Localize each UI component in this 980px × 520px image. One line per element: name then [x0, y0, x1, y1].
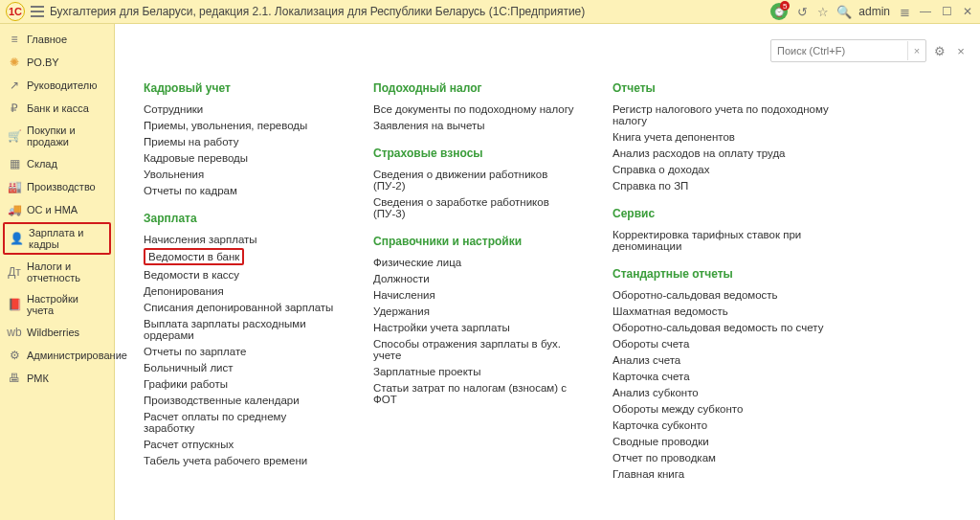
section-link[interactable]: Обороты счета — [612, 335, 861, 351]
section-link[interactable]: Шахматная ведомость — [612, 303, 861, 319]
section-link[interactable]: Выплата зарплаты расходными ордерами — [144, 315, 335, 343]
section-link[interactable]: Ведомости в банк — [144, 248, 244, 265]
section-link[interactable]: Сведения о движении работников (ПУ-2) — [373, 166, 574, 193]
nav-pokupki-prodazhi[interactable]: 🛒Покупки и продажи — [0, 120, 114, 152]
nav-os-nma[interactable]: 🚚ОС и НМА — [0, 198, 114, 221]
section-link[interactable]: Статьи затрат по налогам (взносам) с ФОТ — [373, 379, 574, 407]
section-link[interactable]: Отчеты по кадрам — [144, 182, 335, 198]
section-link[interactable]: Анализ субконто — [612, 384, 861, 400]
section-link[interactable]: Зарплатные проекты — [373, 363, 574, 379]
nav-rukovoditel[interactable]: ↗Руководителю — [0, 74, 114, 97]
section-link[interactable]: Списания депонированной зарплаты — [144, 299, 335, 315]
window-maximize-icon[interactable]: ☐ — [940, 5, 953, 18]
section-link[interactable]: Ведомости в кассу — [144, 266, 335, 283]
nav-proizvodstvo[interactable]: 🏭Производство — [0, 175, 114, 198]
section-link[interactable]: Сотрудники — [144, 101, 335, 117]
section-link[interactable]: Заявления на вычеты — [373, 117, 574, 133]
nav-nastroiki-ucheta[interactable]: 📕Настройки учета — [0, 288, 114, 321]
section-link[interactable]: Анализ расходов на оплату труда — [612, 145, 861, 161]
gear-icon[interactable]: ⚙ — [932, 43, 947, 58]
section-link[interactable]: Расчет отпускных — [144, 436, 335, 452]
search-wrap: × — [770, 39, 926, 62]
section-link[interactable]: Корректировка тарифных ставок при деноми… — [612, 226, 861, 254]
section-link[interactable]: Отчеты по зарплате — [144, 343, 335, 359]
section-link[interactable]: Карточка субконто — [612, 417, 861, 433]
filter-icon[interactable]: ≣ — [898, 5, 911, 18]
section-link[interactable]: Справка о доходах — [612, 161, 861, 177]
star-icon[interactable]: ☆ — [816, 5, 830, 18]
nav-bank-kassa-icon: ₽ — [8, 102, 21, 115]
user-label[interactable]: admin — [858, 5, 890, 18]
nav-wildberries[interactable]: wbWildberries — [0, 321, 114, 344]
section-link[interactable]: Главная книга — [612, 465, 861, 482]
section-title[interactable]: Кадровый учет — [144, 81, 335, 95]
section-link[interactable]: Больничный лист — [144, 359, 335, 375]
section-link[interactable]: Оборотно-сальдовая ведомость — [612, 286, 861, 303]
search-input[interactable] — [771, 41, 907, 60]
search-clear-icon[interactable]: × — [907, 41, 925, 60]
section-title[interactable]: Подоходный налог — [373, 81, 574, 95]
nav-os-nma-icon: 🚚 — [8, 203, 21, 216]
content-columns: Кадровый учетСотрудникиПриемы, увольнени… — [144, 81, 961, 482]
nav-nalogi[interactable]: ДтНалоги и отчетность — [0, 256, 114, 288]
section-title[interactable]: Страховые взносы — [373, 147, 574, 160]
sidebar-item-label: РМК — [27, 373, 49, 384]
section-link[interactable]: Производственные календари — [144, 392, 335, 408]
sidebar-item-label: Wildberries — [27, 327, 79, 338]
nav-glavnoe[interactable]: ≡Главное — [0, 28, 114, 51]
nav-admin[interactable]: ⚙Администрирование — [0, 344, 114, 367]
section-title[interactable]: Зарплата — [144, 212, 335, 225]
section-title[interactable]: Сервис — [612, 207, 861, 220]
section-link[interactable]: Должности — [373, 270, 574, 286]
section-link[interactable]: Табель учета рабочего времени — [144, 452, 335, 468]
section-link[interactable]: Регистр налогового учета по подоходному … — [612, 101, 861, 128]
section-link[interactable]: Отчет по проводкам — [612, 449, 861, 465]
window-close-icon[interactable]: ✕ — [961, 5, 974, 18]
logo-1c-icon: 1C — [6, 2, 25, 21]
notifications-icon[interactable]: ⌚ — [770, 3, 788, 20]
section-link[interactable]: Оборотно-сальдовая ведомость по счету — [612, 319, 861, 335]
sidebar: ≡Главное✺PO.BY↗Руководителю₽Банк и касса… — [0, 24, 115, 520]
section-link[interactable]: Увольнения — [144, 166, 335, 182]
nav-sklad-icon: ▦ — [8, 157, 21, 170]
section-link[interactable]: Анализ счета — [612, 351, 861, 368]
history-icon[interactable]: ↺ — [795, 5, 809, 18]
nav-zarplata-kadry[interactable]: 👤Зарплата и кадры — [3, 222, 111, 255]
sidebar-item-label: Руководителю — [27, 79, 97, 91]
search-icon[interactable]: 🔍 — [837, 5, 851, 18]
section-link[interactable]: Начисления — [373, 286, 574, 303]
section-link[interactable]: Способы отражения зарплаты в бух. учете — [373, 335, 574, 363]
section-link[interactable]: Все документы по подоходному налогу — [373, 101, 574, 117]
column-3: ОтчетыРегистр налогового учета по подохо… — [612, 81, 861, 482]
close-panel-icon[interactable]: × — [953, 43, 969, 58]
section-link[interactable]: Сведения о заработке работников (ПУ-3) — [373, 193, 574, 221]
section-link[interactable]: Сводные проводки — [612, 433, 861, 449]
nav-bank-kassa[interactable]: ₽Банк и касса — [0, 97, 114, 120]
section-link[interactable]: Физические лица — [373, 254, 574, 270]
section-link[interactable]: Расчет оплаты по среднему заработку — [144, 408, 335, 436]
section-link[interactable]: Справка по ЗП — [612, 177, 861, 193]
section-link[interactable]: Депонирования — [144, 283, 335, 299]
nav-sklad[interactable]: ▦Склад — [0, 152, 114, 175]
section-title[interactable]: Отчеты — [612, 81, 861, 95]
section-title[interactable]: Стандартные отчеты — [612, 267, 861, 281]
section-link[interactable]: Графики работы — [144, 375, 335, 392]
section-link[interactable]: Приемы на работу — [144, 133, 335, 149]
window-minimize-icon[interactable]: — — [919, 5, 932, 18]
nav-poby[interactable]: ✺PO.BY — [0, 51, 114, 74]
section-link[interactable]: Кадровые переводы — [144, 149, 335, 166]
section-link[interactable]: Приемы, увольнения, переводы — [144, 117, 335, 133]
section-link[interactable]: Удержания — [373, 303, 574, 319]
nav-rmk[interactable]: 🖶РМК — [0, 367, 114, 390]
section-link[interactable]: Книга учета депонентов — [612, 128, 861, 145]
column-1: Кадровый учетСотрудникиПриемы, увольнени… — [144, 81, 335, 482]
nav-nalogi-icon: Дт — [8, 265, 21, 279]
hamburger-icon[interactable] — [31, 6, 44, 17]
sidebar-item-label: Банк и касса — [27, 102, 89, 114]
section-link[interactable]: Начисления зарплаты — [144, 231, 335, 247]
section-title[interactable]: Справочники и настройки — [373, 235, 574, 248]
section-link[interactable]: Карточка счета — [612, 368, 861, 384]
section-link[interactable]: Настройки учета зарплаты — [373, 319, 574, 335]
section-link[interactable]: Обороты между субконто — [612, 400, 861, 417]
column-2: Подоходный налогВсе документы по подоход… — [373, 81, 574, 482]
